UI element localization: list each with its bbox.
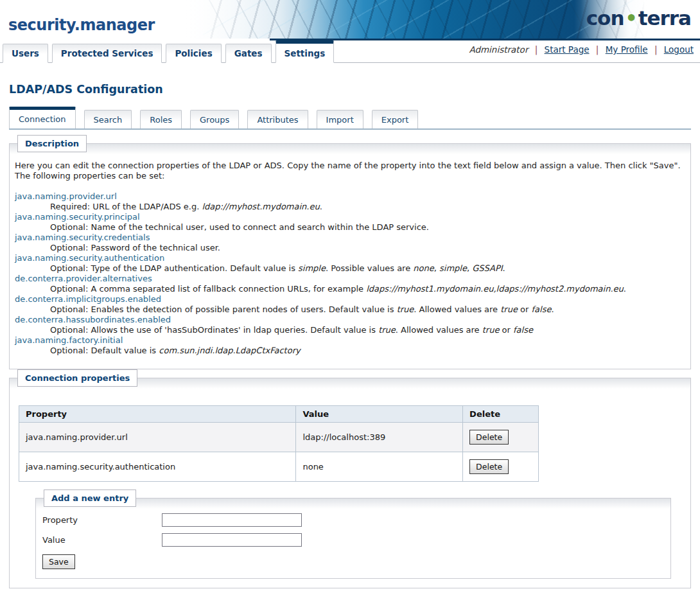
delete-button[interactable]: Delete: [469, 430, 509, 445]
description-legend: Description: [17, 135, 87, 152]
property-doc-item: java.naming.security.principal Optional:…: [15, 212, 685, 233]
app-logo: security.manager: [8, 16, 155, 34]
user-links: Administrator | Start Page | My Profile …: [469, 44, 694, 55]
property-doc-name: java.naming.security.authentication: [15, 253, 685, 263]
banner-underline: [270, 39, 700, 40]
link-my-profile[interactable]: My Profile: [606, 44, 648, 55]
ldap-config-tabs: Connection Search Roles Groups Attribute…: [9, 107, 691, 130]
property-input[interactable]: [162, 513, 302, 527]
column-header-delete: Delete: [463, 406, 539, 423]
brand-part2: terra: [638, 6, 691, 30]
value-input[interactable]: [162, 533, 302, 547]
separator: |: [654, 44, 658, 55]
table-row: java.naming.security.authentication none…: [19, 452, 539, 482]
property-doc-desc: Required: URL of the LDAP/ADS e.g. ldap:…: [15, 202, 685, 212]
property-doc-name: java.naming.security.principal: [15, 212, 685, 222]
subtab-groups[interactable]: Groups: [190, 110, 239, 128]
brand-dot-icon: •: [624, 7, 638, 30]
main-nav: Users Protected Services Policies Gates …: [3, 40, 334, 63]
top-navigation-bar: Users Protected Services Policies Gates …: [0, 39, 700, 63]
table-header-row: Property Value Delete: [19, 406, 539, 423]
main-content: LDAP/ADS Configuration Connection Search…: [0, 83, 700, 588]
connection-properties-section: Connection properties Property Value Del…: [9, 378, 691, 588]
tab-users[interactable]: Users: [3, 44, 48, 63]
value-form-row: Value: [42, 533, 670, 547]
property-doc-name: de.conterra.provider.alternatives: [15, 274, 685, 284]
subtab-connection[interactable]: Connection: [9, 107, 76, 128]
add-entry-section: Add a new entry Property Value Save: [35, 498, 671, 579]
add-entry-legend: Add a new entry: [44, 490, 136, 507]
link-logout[interactable]: Logout: [664, 44, 694, 55]
property-doc-desc: Optional: Type of the LDAP authenticatio…: [15, 263, 685, 274]
property-doc-desc: Optional: Name of the technical user, us…: [15, 222, 685, 233]
tab-settings[interactable]: Settings: [276, 40, 335, 63]
app-header: security.manager con•terra: [0, 0, 700, 39]
connection-properties-legend: Connection properties: [17, 369, 137, 387]
property-doc-item: java.naming.factory.initial Optional: De…: [15, 335, 685, 356]
separator: |: [596, 44, 599, 55]
current-user-label: Administrator: [469, 44, 528, 55]
cell-property: java.naming.provider.url: [19, 423, 296, 452]
delete-button[interactable]: Delete: [469, 459, 509, 474]
tab-policies[interactable]: Policies: [166, 44, 221, 63]
property-doc-item: de.conterra.implicitgroups.enabled Optio…: [15, 294, 685, 315]
description-intro: Here you can edit the connection propert…: [15, 161, 685, 181]
property-doc-item: java.naming.security.authentication Opti…: [15, 253, 685, 274]
property-doc-item: de.conterra.hassubordinates.enabled Opti…: [15, 315, 685, 335]
property-doc-desc: Optional: Password of the technical user…: [15, 243, 685, 253]
description-section: Description Here you can edit the connec…: [9, 143, 691, 369]
property-doc-name: de.conterra.hassubordinates.enabled: [15, 315, 685, 325]
tab-protected-services[interactable]: Protected Services: [52, 44, 162, 63]
property-form-row: Property: [42, 513, 670, 527]
value-input-label: Value: [42, 533, 162, 547]
cell-value: ldap://localhost:389: [296, 423, 463, 452]
property-doc-item: de.conterra.provider.alternatives Option…: [15, 274, 685, 294]
property-doc-desc: Optional: Allows the use of 'hasSubOrdin…: [15, 325, 685, 335]
save-row: Save: [42, 554, 670, 569]
cell-property: java.naming.security.authentication: [19, 452, 296, 482]
column-header-property: Property: [19, 406, 296, 423]
link-start-page[interactable]: Start Page: [545, 44, 590, 55]
save-button[interactable]: Save: [42, 554, 75, 569]
table-row: java.naming.provider.url ldap://localhos…: [19, 423, 539, 452]
property-doc-item: java.naming.security.credentials Optiona…: [15, 233, 685, 253]
page-title: LDAP/ADS Configuration: [9, 83, 691, 96]
connection-properties-table: Property Value Delete java.naming.provid…: [19, 405, 539, 482]
banner-fade-left: [182, 0, 336, 39]
property-doc-desc: Optional: Enables the detection of possi…: [15, 304, 685, 315]
subtab-attributes[interactable]: Attributes: [247, 110, 308, 128]
property-doc-name: java.naming.provider.url: [15, 191, 685, 202]
property-doc-item: java.naming.provider.url Required: URL o…: [15, 191, 685, 212]
brand-part1: con: [586, 6, 624, 30]
subtab-roles[interactable]: Roles: [140, 110, 182, 128]
cell-value: none: [296, 452, 463, 482]
property-doc-name: java.naming.security.credentials: [15, 233, 685, 243]
property-input-label: Property: [42, 513, 162, 527]
subtab-export[interactable]: Export: [372, 110, 419, 128]
property-doc-name: java.naming.factory.initial: [15, 335, 685, 346]
subtab-import[interactable]: Import: [317, 110, 363, 128]
property-doc-desc: Optional: A comma separated list of fall…: [15, 284, 685, 294]
property-doc-name: de.conterra.implicitgroups.enabled: [15, 294, 685, 304]
subtab-search[interactable]: Search: [84, 110, 132, 128]
tab-gates[interactable]: Gates: [225, 44, 272, 63]
column-header-value: Value: [296, 406, 463, 423]
property-doc-desc: Optional: Default value is com.sun.jndi.…: [15, 346, 685, 356]
conterra-logo: con•terra: [586, 6, 691, 30]
separator: |: [535, 44, 538, 55]
